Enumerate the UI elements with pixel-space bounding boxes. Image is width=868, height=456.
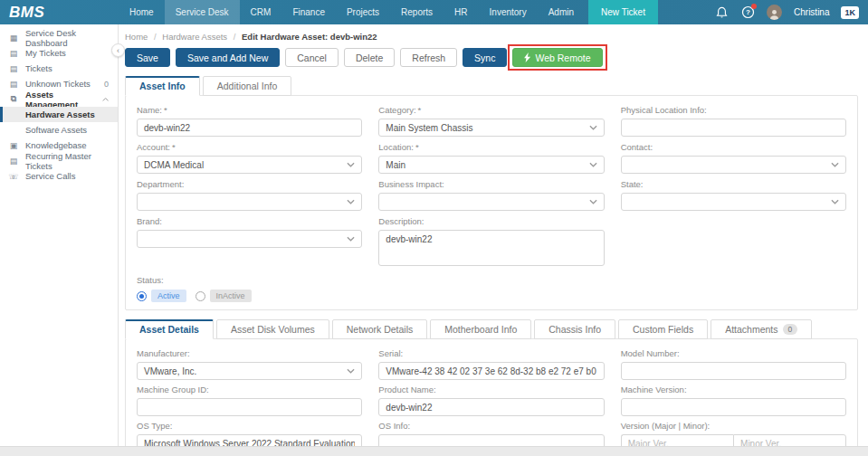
status-active-radio[interactable] xyxy=(137,291,147,301)
ticket-icon: ▤ xyxy=(8,80,19,89)
field-category: Category:* Main System Chassis xyxy=(378,105,604,137)
cancel-button[interactable]: Cancel xyxy=(285,48,339,67)
nav-item-hr[interactable]: HR xyxy=(444,0,478,24)
sidebar-item-software-assets[interactable]: Software Assets xyxy=(0,122,118,138)
save-button[interactable]: Save xyxy=(125,48,170,67)
state-select[interactable] xyxy=(621,193,846,211)
help-icon[interactable]: ? xyxy=(740,5,755,20)
nav-item-finance[interactable]: Finance xyxy=(281,0,336,24)
business-impact-select[interactable] xyxy=(378,193,604,211)
chevron-down-icon xyxy=(589,162,597,167)
tab-motherboard-info[interactable]: Motherboard Info xyxy=(430,319,531,339)
serial-input[interactable] xyxy=(378,362,604,380)
dashboard-icon: ▦ xyxy=(8,33,19,43)
field-physical-location: Physical Location Info: xyxy=(621,105,846,137)
breadcrumb-home[interactable]: Home xyxy=(125,32,148,42)
tab-custom-fields[interactable]: Custom Fields xyxy=(618,319,708,339)
field-machine-version: Machine Version: xyxy=(621,385,846,416)
kaseya-icon[interactable]: 1K xyxy=(841,6,859,19)
main-content: Home / Hardware Assets / Edit Hardware A… xyxy=(119,24,868,456)
nav-item-crm[interactable]: CRM xyxy=(240,0,282,24)
breadcrumb-hardware-assets[interactable]: Hardware Assets xyxy=(162,32,227,42)
field-state: State: xyxy=(621,179,846,211)
sidebar-item-assets-management[interactable]: ⧉ Assets Management xyxy=(0,91,118,107)
notification-dot xyxy=(751,4,757,9)
sidebar-item-label: Hardware Assets xyxy=(25,109,95,119)
toolbar: Save Save and Add New Cancel Delete Refr… xyxy=(119,42,868,67)
sidebar-item-label: Knowledgebase xyxy=(25,140,87,150)
field-product-name: Product Name: xyxy=(378,385,604,416)
location-select[interactable]: Main xyxy=(378,156,604,174)
bell-icon[interactable] xyxy=(714,5,729,20)
department-select[interactable] xyxy=(137,193,362,211)
sidebar-item-service-desk-dashboard[interactable]: ▦ Service Desk Dashboard xyxy=(0,30,118,45)
description-textarea[interactable]: devb-win22 xyxy=(378,230,604,266)
nav-item-service-desk[interactable]: Service Desk xyxy=(165,0,240,24)
avatar[interactable] xyxy=(767,5,782,20)
nav-item-reports[interactable]: Reports xyxy=(390,0,444,24)
physical-location-input[interactable] xyxy=(621,119,846,137)
sidebar-item-service-calls[interactable]: ☏ Service Calls xyxy=(0,168,118,184)
tab-network-details[interactable]: Network Details xyxy=(332,319,428,339)
chevron-down-icon xyxy=(347,162,355,167)
phone-icon: ☏ xyxy=(8,172,19,181)
asset-info-panel: Name:* Category:* Main System Chassis Ph… xyxy=(125,95,858,310)
sync-button[interactable]: Sync xyxy=(463,48,507,67)
unknown-tickets-count: 0 xyxy=(104,80,109,89)
refresh-button[interactable]: Refresh xyxy=(400,48,457,67)
tab-attachments[interactable]: Attachments0 xyxy=(711,319,812,339)
bms-logo[interactable]: BMS xyxy=(0,4,119,22)
attachments-count-badge: 0 xyxy=(783,324,798,335)
sidebar: ▦ Service Desk Dashboard ▤ My Tickets ▤ … xyxy=(0,24,119,456)
top-navbar: BMS Home Service Desk CRM Finance Projec… xyxy=(0,0,868,24)
tab-asset-disk-volumes[interactable]: Asset Disk Volumes xyxy=(216,319,329,339)
manufacturer-select[interactable]: VMware, Inc. xyxy=(137,362,362,380)
field-name: Name:* xyxy=(137,105,362,137)
tab-asset-info[interactable]: Asset Info xyxy=(125,76,200,96)
contact-select[interactable] xyxy=(621,156,846,174)
account-select[interactable]: DCMA Medical xyxy=(137,156,362,174)
ticket-icon: ▤ xyxy=(8,157,19,166)
product-name-input[interactable] xyxy=(378,398,604,416)
nav-item-admin[interactable]: Admin xyxy=(538,0,585,24)
field-account: Account:* DCMA Medical xyxy=(137,142,362,174)
chevron-down-icon xyxy=(831,162,839,167)
user-name[interactable]: Christina xyxy=(794,7,829,17)
machine-version-input[interactable] xyxy=(621,398,846,416)
sidebar-item-label: My Tickets xyxy=(25,48,66,58)
svg-text:?: ? xyxy=(746,8,750,16)
sidebar-item-hardware-assets[interactable]: Hardware Assets xyxy=(0,107,118,122)
sidebar-item-tickets[interactable]: ▤ Tickets xyxy=(0,61,118,76)
lightning-icon xyxy=(524,52,531,62)
status-inactive-radio[interactable] xyxy=(196,291,205,301)
tab-asset-details[interactable]: Asset Details xyxy=(125,319,214,339)
nav-item-projects[interactable]: Projects xyxy=(336,0,390,24)
delete-button[interactable]: Delete xyxy=(344,48,395,67)
nav-item-inventory[interactable]: Inventory xyxy=(479,0,538,24)
web-remote-button[interactable]: Web Remote xyxy=(512,48,602,67)
nav-item-home[interactable]: Home xyxy=(119,0,165,24)
sidebar-item-label: Tickets xyxy=(25,63,52,73)
sidebar-item-my-tickets[interactable]: ▤ My Tickets xyxy=(0,45,118,61)
new-ticket-button[interactable]: New Ticket xyxy=(588,0,658,24)
machine-group-id-input[interactable] xyxy=(137,398,362,416)
field-department: Department: xyxy=(137,179,362,211)
breadcrumb-current: Edit Hardware Asset: devb-win22 xyxy=(242,32,377,42)
sidebar-collapse-button[interactable]: ‹ xyxy=(111,43,125,57)
brand-select[interactable] xyxy=(137,230,362,248)
model-number-input[interactable] xyxy=(621,362,846,380)
sidebar-item-recurring-master-tickets[interactable]: ▤ Recurring Master Tickets xyxy=(0,153,118,168)
category-select[interactable]: Main System Chassis xyxy=(378,119,604,137)
field-brand: Brand: xyxy=(137,216,362,268)
breadcrumb: Home / Hardware Assets / Edit Hardware A… xyxy=(119,24,868,42)
assets-icon: ⧉ xyxy=(8,94,19,104)
save-and-add-new-button[interactable]: Save and Add New xyxy=(176,48,280,67)
tab-chassis-info[interactable]: Chassis Info xyxy=(534,319,615,339)
detail-tabs: Asset Details Asset Disk Volumes Network… xyxy=(125,318,868,338)
sidebar-item-label: Unknown Tickets xyxy=(25,79,91,89)
chevron-down-icon xyxy=(831,199,839,204)
tab-additional-info[interactable]: Additional Info xyxy=(203,76,292,96)
name-input[interactable] xyxy=(137,119,362,137)
page-bottom-strip xyxy=(0,446,868,456)
sidebar-item-label: Service Calls xyxy=(25,171,75,181)
